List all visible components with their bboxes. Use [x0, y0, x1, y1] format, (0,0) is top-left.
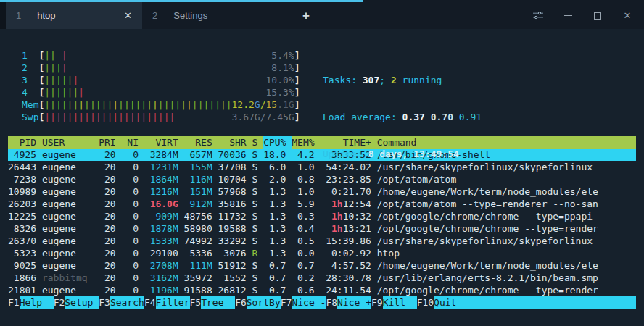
cell-cpu: 0.7 [263, 272, 292, 284]
tab-htop[interactable]: 1 htop ✕ [6, 2, 142, 29]
tasks-line: Tasks: 307; 2 running [323, 74, 482, 86]
cell-time: 1h12:54 [320, 198, 376, 210]
cell-s: S [252, 210, 264, 222]
cell-pid: 26443 [8, 161, 42, 173]
cell-ni: 0 [122, 198, 144, 210]
process-row[interactable]: 1866 rabbitmq20 0 3162M 35972 1552 S0.7 … [8, 272, 636, 284]
window-close-button[interactable]: ✕ [622, 11, 632, 21]
cell-virt: 2708M [144, 259, 184, 272]
column-header-cpu[interactable]: CPU% [263, 136, 292, 149]
cell-mem: 0.3 [292, 210, 320, 222]
cell-pri: 20 [99, 235, 121, 247]
cell-shr: 35816 [218, 198, 252, 210]
cell-cmd: htop [377, 247, 636, 259]
fkey-f8[interactable]: F8Nice + [326, 296, 371, 309]
fkey-bar-fill [456, 296, 636, 309]
cell-user: rabbitmq [42, 272, 99, 284]
fkey-f6[interactable]: F6SortBy [235, 296, 281, 309]
process-row[interactable]: 26370 eugene20 0 1533M 74992 33292 S1.3 … [8, 235, 636, 247]
cell-shr: 1552 [218, 272, 252, 284]
cell-pri: 20 [99, 161, 121, 173]
fkey-f7[interactable]: F7Nice - [281, 296, 326, 309]
cell-shr: 10704 [218, 173, 252, 185]
cell-virt: 3162M [144, 272, 184, 284]
cell-time: 24:11.54 [320, 284, 376, 296]
running-count: 2 [391, 75, 397, 85]
cell-user: eugene [42, 161, 99, 173]
cell-ni: 0 [122, 235, 144, 247]
cell-cmd: /opt/atom/atom --type=renderer --no-san [377, 198, 636, 210]
tasks-count: 307 [363, 75, 379, 85]
process-row[interactable]: 4925 eugene20 0 3284M 657M 70036 S18.0 4… [8, 149, 636, 161]
cell-cpu: 18.0 [263, 149, 292, 161]
cell-res: 155M [184, 161, 218, 173]
cell-cpu: 1.3 [263, 198, 292, 210]
process-row[interactable]: 12225 eugene20 0 909M 48756 11732 S1.3 0… [8, 210, 636, 222]
fkey-f10[interactable]: F10Quit [417, 296, 457, 309]
process-row[interactable]: 21801 eugene20 0 1196M 91588 26812 S0.7 … [8, 284, 636, 296]
cell-mem: 0.6 [292, 284, 320, 296]
cell-res: 74992 [184, 235, 218, 247]
cell-ni: 0 [122, 210, 144, 222]
preferences-sliders-icon[interactable] [533, 11, 543, 21]
cell-s: R [252, 247, 264, 259]
cell-user: eugene [42, 210, 99, 222]
terminal-viewport[interactable]: 1[|| |5.4%]2[||||8.1%]3[||||||10.0%]4[||… [0, 29, 644, 326]
process-row[interactable]: 5323 eugene20 0 29100 5336 3076 R1.3 0.0… [8, 247, 636, 259]
titlebar-left-edge [0, 2, 6, 29]
fkey-f4[interactable]: F4Filter [144, 296, 190, 309]
cell-shr: 26812 [218, 284, 252, 296]
process-rows: 4925 eugene20 0 3284M 657M 70036 S18.0 4… [8, 149, 636, 296]
cell-cmd: /opt/google/chrome/chrome --type=render [377, 222, 636, 235]
fkey-f9[interactable]: F9Kill [371, 296, 417, 309]
cell-res: 111M [184, 259, 218, 272]
column-header-res[interactable]: RES [184, 136, 218, 149]
column-header-s[interactable]: S [252, 136, 264, 149]
column-header-pri[interactable]: PRI [99, 136, 121, 149]
column-header-shr[interactable]: SHR [218, 136, 252, 149]
column-header-ni[interactable]: NI [122, 136, 144, 149]
cell-pid: 21801 [8, 284, 42, 296]
process-row[interactable]: 7238 eugene20 0 1864M 116M 10704 S2.0 0.… [8, 173, 636, 185]
cell-pid: 26370 [8, 235, 42, 247]
cell-cpu: 1.3 [263, 185, 292, 198]
column-header-virt[interactable]: VIRT [144, 136, 184, 149]
fkey-f3[interactable]: F3Search [99, 296, 144, 309]
cell-virt: 1196M [144, 284, 184, 296]
cell-s: S [252, 272, 264, 284]
fkey-f1[interactable]: F1Help [8, 296, 54, 309]
cell-cmd: /usr/lib/erlang/erts-8.2.1/bin/beam.smp [377, 272, 636, 284]
cell-res: 5336 [184, 247, 218, 259]
process-row[interactable]: 8326 eugene20 0 1878M 58980 19588 S1.3 0… [8, 222, 636, 235]
process-row[interactable]: 9025 eugene20 0 2708M 111M 51912 S0.7 0.… [8, 259, 636, 272]
new-tab-button[interactable]: + [293, 2, 319, 29]
cell-ni: 0 [122, 173, 144, 185]
cell-cmd: /opt/google/chrome/chrome --type=render [377, 284, 636, 296]
column-header-mem[interactable]: MEM% [292, 136, 320, 149]
cell-time: 28:30.78 [320, 272, 376, 284]
cell-user: eugene [42, 198, 99, 210]
cell-res: 35972 [184, 272, 218, 284]
fkey-f5[interactable]: F5Tree [190, 296, 236, 309]
tab-close-icon[interactable]: ✕ [124, 10, 132, 21]
process-row[interactable]: 26203 eugene20 0 16.0G 912M 35816 S1.3 5… [8, 198, 636, 210]
fkey-f2[interactable]: F2Setup [54, 296, 99, 309]
maximize-button[interactable] [593, 11, 603, 21]
process-row[interactable]: 26443 eugene20 0 1231M 155M 37708 S6.0 1… [8, 161, 636, 173]
column-header-pid[interactable]: PID [8, 136, 42, 149]
cell-user: eugene [42, 149, 99, 161]
cell-time: 1h10:32 [320, 210, 376, 222]
cell-s: S [252, 161, 264, 173]
cell-cmd: /opt/google/chrome/chrome --type=ppapi [377, 210, 636, 222]
cell-virt: 909M [144, 210, 184, 222]
load-1min: 0.37 [402, 112, 431, 122]
column-header-user[interactable]: USER [42, 136, 99, 149]
cell-shr: 19588 [218, 222, 252, 235]
cell-cpu: 1.3 [263, 247, 292, 259]
minimize-button[interactable] [563, 11, 573, 21]
cell-time: 15:39.86 [320, 235, 376, 247]
process-row[interactable]: 10989 eugene20 0 1216M 151M 57968 S1.3 1… [8, 185, 636, 198]
tab-settings[interactable]: 2 Settings [142, 2, 284, 29]
cell-virt: 29100 [144, 247, 184, 259]
cell-cmd: /home/eugene/Work/term/node_modules/ele [377, 259, 636, 272]
